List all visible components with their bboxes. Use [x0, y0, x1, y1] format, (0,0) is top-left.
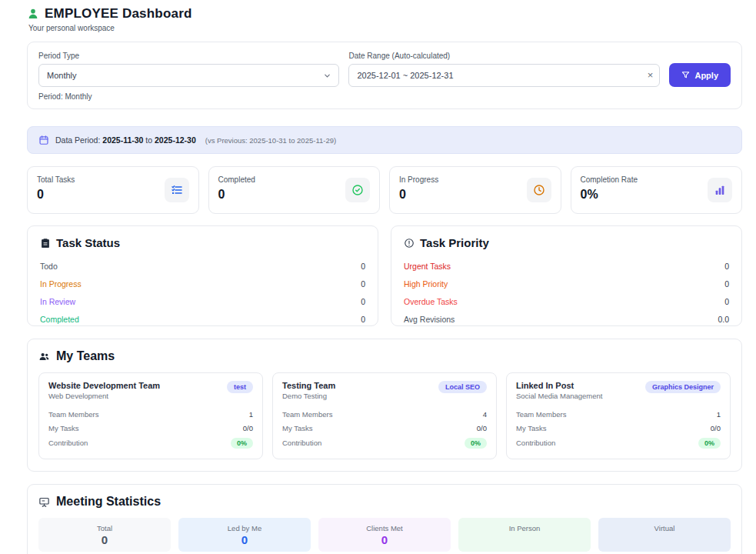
row-label: Overdue Tasks	[404, 297, 458, 306]
apply-label: Apply	[694, 71, 718, 80]
row-value: 0/0	[243, 424, 253, 432]
contribution-badge: 0%	[698, 438, 721, 449]
team-card[interactable]: Testing Team Demo Testing Local SEO Team…	[272, 372, 497, 459]
tile-value: 0	[38, 533, 171, 546]
row-label: Contribution	[282, 439, 321, 447]
team-stat-row: Contribution 0%	[282, 435, 487, 451]
team-name: Linked In Post	[516, 381, 602, 390]
stat-label: In Progress	[399, 175, 438, 184]
row-value: 1	[717, 410, 721, 419]
meeting-statistics-section: Meeting Statistics Total 0 Led by Me 0 C…	[27, 484, 742, 554]
row-value: 0/0	[711, 424, 721, 432]
row-label: My Tasks	[282, 424, 312, 432]
clock-icon	[527, 178, 551, 202]
task-status-row: Completed 0	[40, 310, 365, 328]
checklist-icon	[165, 178, 189, 202]
meeting-tile-virtual: Virtual	[598, 518, 731, 552]
team-category: Web Development	[48, 392, 160, 400]
stat-value: 0%	[581, 188, 638, 202]
team-name: Website Development Team	[48, 381, 160, 390]
period-type-label: Period Type	[38, 52, 339, 60]
row-value: 0	[361, 297, 365, 306]
row-value: 4	[483, 410, 487, 419]
period-start-date: 2025-11-30	[102, 135, 143, 145]
page-header: EMPLOYEE Dashboard Your personal workspa…	[27, 0, 742, 32]
clipboard-icon	[40, 238, 51, 249]
meeting-tile-clients-met: Clients Met 0	[318, 518, 451, 552]
stat-label: Completed	[218, 175, 255, 184]
task-summary-row: Task Status Todo 0 In Progress 0 In Revi…	[27, 225, 742, 326]
tile-label: Led by Me	[178, 524, 311, 532]
tile-label: In Person	[458, 524, 591, 532]
team-stat-row: Team Members 4	[282, 407, 487, 421]
team-badge: Local SEO	[438, 381, 487, 393]
row-value: 0	[361, 315, 365, 324]
date-range-input[interactable]	[348, 64, 660, 87]
filter-panel: Period Type Monthly Period: Monthly Date…	[27, 42, 742, 109]
task-priority-title: Task Priority	[420, 236, 489, 249]
period-type-select[interactable]: Monthly	[38, 64, 339, 87]
contribution-badge: 0%	[465, 438, 487, 449]
team-stat-row: Team Members 1	[48, 407, 253, 421]
team-stat-row: Contribution 0%	[516, 435, 721, 451]
team-badge: Graphics Designer	[645, 381, 721, 393]
team-stat-row: My Tasks 0/0	[48, 421, 253, 435]
team-name: Testing Team	[282, 381, 335, 390]
clear-date-icon[interactable]: ×	[643, 68, 657, 82]
team-card[interactable]: Linked In Post Social Media Management G…	[506, 372, 731, 459]
row-value: 0	[361, 262, 365, 271]
meeting-tile-in-person: In Person	[458, 518, 591, 552]
stat-label: Completion Rate	[581, 175, 638, 184]
tile-label: Clients Met	[318, 524, 451, 532]
stat-card-completion-rate: Completion Rate 0%	[571, 166, 743, 214]
page-title: EMPLOYEE Dashboard	[45, 6, 192, 22]
page-subtitle: Your personal workspace	[28, 24, 742, 32]
row-value: 0	[361, 279, 365, 289]
task-status-row: Todo 0	[40, 257, 365, 275]
row-label: Completed	[40, 315, 79, 324]
task-priority-row: Overdue Tasks 0	[404, 292, 729, 310]
row-label: Contribution	[48, 439, 88, 447]
row-label: My Tasks	[516, 424, 546, 432]
previous-period-text: (vs Previous: 2025-10-31 to 2025-11-29)	[205, 136, 336, 145]
row-label: Avg Revisions	[404, 315, 455, 324]
check-circle-icon	[345, 178, 370, 202]
task-priority-card: Task Priority Urgent Tasks 0 High Priori…	[391, 225, 742, 326]
team-category: Social Media Management	[516, 392, 602, 400]
task-status-row: In Progress 0	[40, 275, 365, 292]
period-note: Period: Monthly	[38, 92, 339, 101]
stat-card-completed: Completed 0	[208, 166, 381, 214]
calendar-icon	[38, 135, 49, 145]
row-label: Contribution	[516, 439, 555, 447]
task-priority-row: Avg Revisions 0.0	[404, 310, 729, 328]
alert-circle-icon	[404, 238, 415, 249]
task-status-title: Task Status	[56, 236, 120, 249]
meeting-tile-total: Total 0	[38, 518, 171, 552]
row-value: 0/0	[477, 424, 487, 432]
tile-value: 0	[318, 533, 451, 546]
task-status-row: In Review 0	[40, 292, 365, 310]
contribution-badge: 0%	[231, 438, 253, 449]
team-card[interactable]: Website Development Team Web Development…	[38, 372, 263, 459]
meeting-statistics-title: Meeting Statistics	[56, 495, 161, 509]
presentation-icon	[38, 496, 50, 508]
bar-chart-icon	[708, 178, 732, 202]
chevron-down-icon	[323, 72, 331, 82]
filter-funnel-icon	[681, 71, 690, 79]
data-period-banner: Data Period: 2025-11-30 to 2025-12-30 (v…	[27, 126, 742, 154]
stat-value: 0	[399, 188, 438, 202]
row-label: Team Members	[516, 410, 566, 419]
row-label: In Progress	[40, 279, 82, 289]
stat-value: 0	[218, 188, 255, 202]
my-teams-title: My Teams	[56, 349, 115, 363]
team-category: Demo Testing	[282, 392, 335, 400]
row-label: High Priority	[404, 279, 448, 289]
date-range-label: Date Range (Auto-calculated)	[348, 52, 660, 60]
data-period-text: Data Period: 2025-11-30 to 2025-12-30	[55, 135, 196, 145]
meeting-tile-led-by-me: Led by Me 0	[178, 518, 311, 552]
user-icon	[27, 8, 39, 20]
people-icon	[38, 351, 50, 362]
task-status-card: Task Status Todo 0 In Progress 0 In Revi…	[27, 225, 378, 326]
apply-button[interactable]: Apply	[669, 63, 731, 87]
row-label: Urgent Tasks	[404, 262, 451, 271]
